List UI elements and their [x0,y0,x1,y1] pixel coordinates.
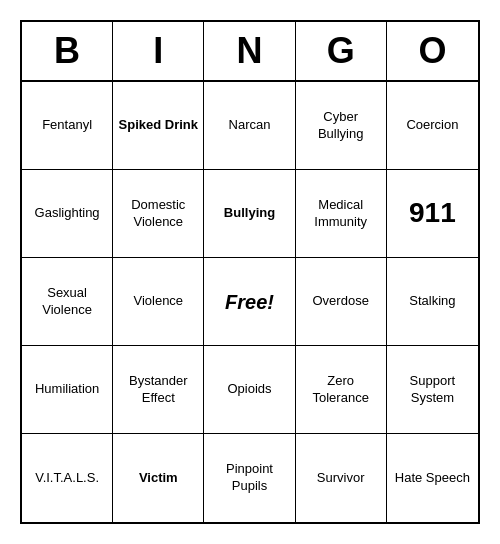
bingo-cell-17: Opioids [204,346,295,434]
bingo-letter-G: G [296,22,387,80]
bingo-cell-24: Hate Speech [387,434,478,522]
bingo-letter-B: B [22,22,113,80]
bingo-cell-21: Victim [113,434,204,522]
bingo-cell-19: Support System [387,346,478,434]
bingo-letter-N: N [204,22,295,80]
bingo-cell-9: 911 [387,170,478,258]
bingo-cell-18: Zero Tolerance [296,346,387,434]
bingo-cell-10: Sexual Violence [22,258,113,346]
bingo-cell-6: Domestic Violence [113,170,204,258]
bingo-cell-11: Violence [113,258,204,346]
bingo-cell-22: Pinpoint Pupils [204,434,295,522]
bingo-cell-23: Survivor [296,434,387,522]
bingo-cell-12: Free! [204,258,295,346]
bingo-cell-15: Humiliation [22,346,113,434]
bingo-header: BINGO [22,22,478,82]
bingo-cell-2: Narcan [204,82,295,170]
bingo-letter-I: I [113,22,204,80]
bingo-cell-8: Medical Immunity [296,170,387,258]
bingo-cell-4: Coercion [387,82,478,170]
bingo-cell-5: Gaslighting [22,170,113,258]
bingo-letter-O: O [387,22,478,80]
bingo-cell-1: Spiked Drink [113,82,204,170]
bingo-cell-0: Fentanyl [22,82,113,170]
bingo-cell-16: Bystander Effect [113,346,204,434]
bingo-cell-3: Cyber Bullying [296,82,387,170]
bingo-cell-13: Overdose [296,258,387,346]
bingo-card: BINGO FentanylSpiked DrinkNarcanCyber Bu… [20,20,480,524]
bingo-cell-7: Bullying [204,170,295,258]
bingo-cell-14: Stalking [387,258,478,346]
bingo-cell-20: V.I.T.A.L.S. [22,434,113,522]
bingo-grid: FentanylSpiked DrinkNarcanCyber Bullying… [22,82,478,522]
